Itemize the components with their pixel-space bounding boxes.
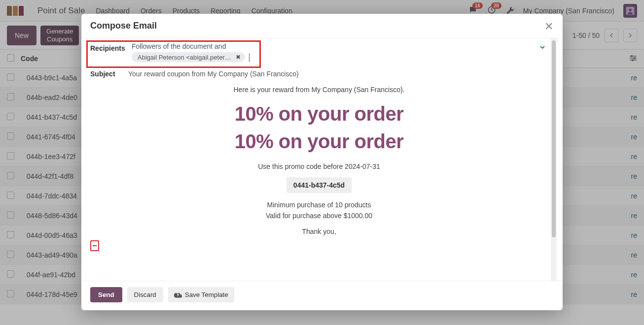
discard-button[interactable]: Discard [127, 287, 163, 302]
recipients-row: Recipients Followers of the document and… [81, 38, 557, 64]
modal-body: Recipients Followers of the document and… [81, 38, 563, 281]
recipients-dropdown-icon[interactable] [540, 42, 548, 50]
pdf-icon [90, 240, 99, 251]
recipient-tag[interactable]: Abigail Peterson <abigail.peter… ✖ [132, 52, 245, 62]
modal-header: Compose Email ✕ [81, 14, 563, 38]
cloud-upload-icon [174, 292, 182, 298]
recipient-input-cursor[interactable] [249, 53, 252, 62]
subject-input[interactable] [128, 68, 548, 78]
scrollbar-track[interactable] [551, 38, 557, 281]
subject-label: Subject [90, 68, 128, 78]
subject-row: Subject [81, 64, 557, 80]
save-template-button[interactable]: Save Template [168, 287, 234, 302]
scrollbar-thumb[interactable] [552, 40, 556, 237]
thanks-line: Thank you, [90, 228, 548, 235]
remove-recipient-icon[interactable]: ✖ [234, 53, 242, 61]
attachment-row[interactable] [90, 238, 548, 251]
valid-above: Valid for purchase above $1000.00 [90, 212, 548, 220]
min-purchase: Minimum purchase of 10 products [90, 201, 548, 209]
send-button[interactable]: Send [90, 287, 122, 302]
promo-expiry: Use this promo code before 2024-07-31 [90, 162, 548, 170]
recipients-field[interactable]: Followers of the document and Abigail Pe… [132, 42, 540, 62]
followers-text: Followers of the document and [132, 42, 540, 50]
promo-heading-2: 10% on your order [90, 128, 548, 155]
recipients-label: Recipients [90, 42, 132, 52]
caret-down-icon [540, 46, 545, 49]
modal-footer: Send Discard Save Template [81, 281, 563, 310]
modal-title: Compose Email [90, 21, 157, 31]
email-intro: Here is your reward from My Company (San… [90, 86, 548, 94]
close-icon[interactable]: ✕ [542, 20, 556, 33]
promo-code: 0441-b437-4c5d [286, 177, 352, 193]
email-body-editor[interactable]: Here is your reward from My Company (San… [81, 80, 557, 260]
compose-email-modal: Compose Email ✕ Recipients Followers of … [81, 14, 563, 310]
promo-heading-1: 10% on your order [90, 100, 548, 127]
